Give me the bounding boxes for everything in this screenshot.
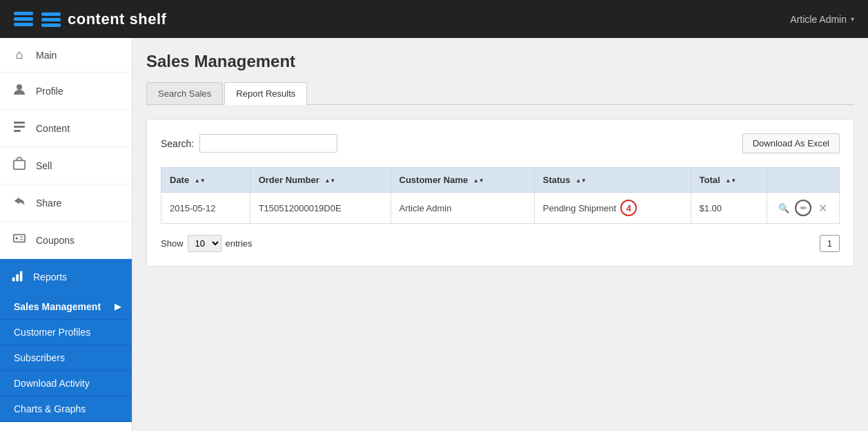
sidebar-sub-label-subscribers: Subscribers <box>14 352 65 363</box>
sidebar-sub-label-customer-profiles: Customer Profiles <box>14 327 90 338</box>
sidebar-item-label-main: Main <box>36 50 57 61</box>
entries-select[interactable]: 10 25 50 <box>188 235 221 252</box>
sidebar-item-coupons[interactable]: Coupons <box>0 222 132 259</box>
status-text: Pending Shipment <box>543 203 616 213</box>
search-label: Search: <box>161 138 194 149</box>
sidebar-sub-item-sales-management[interactable]: Sales Management ▶ <box>0 294 132 320</box>
col-order-number[interactable]: Order Number ▲▼ <box>250 168 391 193</box>
status-count-badge: 4 <box>620 200 637 216</box>
sidebar-item-sell[interactable]: Sell <box>0 147 132 184</box>
sidebar-sub-label-sales-management: Sales Management <box>14 301 101 312</box>
sidebar-item-reports[interactable]: Reports <box>0 259 132 294</box>
tab-search-sales[interactable]: Search Sales <box>146 82 223 104</box>
sidebar-item-main[interactable]: ⌂ Main <box>0 38 132 73</box>
share-icon <box>11 194 28 211</box>
data-table: Date ▲▼ Order Number ▲▼ Customer Name ▲▼ <box>161 167 840 224</box>
svg-point-9 <box>16 237 19 240</box>
sidebar-sub-label-download-activity: Download Activity <box>14 378 90 389</box>
main-layout: ⌂ Main Profile Content Sell Share <box>0 38 868 431</box>
sidebar-item-label-reports: Reports <box>33 271 67 282</box>
sidebar-item-label-profile: Profile <box>36 86 63 97</box>
sidebar-sub-item-charts-graphs[interactable]: Charts & Graphs <box>0 396 132 422</box>
edit-button[interactable]: ✏ <box>795 200 811 216</box>
sidebar-sub-item-subscribers[interactable]: Subscribers <box>0 345 132 371</box>
svg-rect-5 <box>14 126 25 128</box>
sidebar: ⌂ Main Profile Content Sell Share <box>0 38 132 431</box>
svg-rect-1 <box>41 18 61 21</box>
cell-customer-name: Article Admin <box>391 193 534 224</box>
sidebar-item-profile[interactable]: Profile <box>0 73 132 110</box>
delete-button[interactable]: ✕ <box>814 200 831 216</box>
search-input[interactable] <box>199 134 337 153</box>
svg-point-3 <box>17 84 22 90</box>
search-left: Search: <box>161 134 337 153</box>
profile-icon <box>11 82 28 99</box>
pagination: 1 <box>820 235 840 252</box>
top-header: content shelf Article Admin ▾ <box>0 0 868 38</box>
sidebar-sub-label-charts-graphs: Charts & Graphs <box>14 403 86 414</box>
sidebar-item-content[interactable]: Content <box>0 110 132 147</box>
tabs: Search Sales Report Results <box>146 82 854 105</box>
chevron-down-icon: ▾ <box>851 15 854 23</box>
table-row: 2015-05-12 T150512000019D0E Article Admi… <box>161 193 840 224</box>
status-badge: Pending Shipment 4 <box>543 200 637 216</box>
svg-rect-8 <box>14 235 25 242</box>
view-button[interactable]: 🔍 <box>776 200 792 216</box>
svg-rect-6 <box>14 130 21 132</box>
action-icons: 🔍 ✏ ✕ <box>776 200 831 216</box>
logo: content shelf <box>14 8 166 30</box>
show-label: Show <box>161 238 184 249</box>
svg-rect-11 <box>16 274 19 281</box>
sidebar-item-share[interactable]: Share <box>0 184 132 222</box>
svg-rect-4 <box>14 122 25 124</box>
home-icon: ⌂ <box>11 48 28 62</box>
sort-icon-date: ▲▼ <box>195 178 206 184</box>
cell-date: 2015-05-12 <box>161 193 250 224</box>
download-excel-button[interactable]: Download As Excel <box>742 133 840 153</box>
sort-icon-customer: ▲▼ <box>473 178 484 184</box>
cell-total: $1.00 <box>691 193 767 224</box>
reports-icon <box>11 269 25 285</box>
sidebar-item-label-content: Content <box>36 123 70 134</box>
tab-report-results[interactable]: Report Results <box>224 82 307 105</box>
user-label: Article Admin <box>790 14 847 25</box>
search-row: Search: Download As Excel <box>161 133 840 153</box>
svg-rect-0 <box>41 12 61 16</box>
coupons-icon <box>11 231 28 249</box>
sidebar-item-label-coupons: Coupons <box>36 235 75 246</box>
page-title: Sales Management <box>146 52 854 71</box>
sidebar-item-label-sell: Sell <box>36 160 52 171</box>
col-status[interactable]: Status ▲▼ <box>534 168 691 193</box>
sort-icon-total: ▲▼ <box>725 178 736 184</box>
cell-status: Pending Shipment 4 <box>534 193 691 224</box>
content-area: Sales Management Search Sales Report Res… <box>132 38 868 431</box>
entries-label: entries <box>226 238 253 249</box>
cell-actions: 🔍 ✏ ✕ <box>767 193 840 224</box>
col-total[interactable]: Total ▲▼ <box>691 168 767 193</box>
logo-icon <box>14 12 33 26</box>
sidebar-sub-item-download-activity[interactable]: Download Activity <box>0 371 132 396</box>
sort-icon-order: ▲▼ <box>324 178 335 184</box>
sidebar-sub-item-customer-profiles[interactable]: Customer Profiles <box>0 320 132 345</box>
page-1-button[interactable]: 1 <box>820 235 840 252</box>
col-customer-name[interactable]: Customer Name ▲▼ <box>391 168 534 193</box>
table-footer: Show 10 25 50 entries 1 <box>161 235 840 252</box>
svg-rect-2 <box>41 23 61 27</box>
logo-text: content shelf <box>68 10 166 28</box>
user-menu[interactable]: Article Admin ▾ <box>790 14 854 25</box>
col-date[interactable]: Date ▲▼ <box>161 168 250 193</box>
svg-rect-7 <box>14 160 25 169</box>
svg-rect-10 <box>12 278 15 281</box>
sidebar-item-label-share: Share <box>36 198 61 209</box>
sort-icon-status: ▲▼ <box>575 178 586 184</box>
cell-order-number: T150512000019D0E <box>250 193 391 224</box>
show-entries: Show 10 25 50 entries <box>161 235 253 252</box>
col-actions <box>767 168 840 193</box>
table-card: Search: Download As Excel Date ▲▼ Order … <box>146 119 854 267</box>
sell-icon <box>11 157 28 174</box>
content-icon <box>11 119 28 137</box>
svg-rect-12 <box>20 271 23 282</box>
arrow-right-icon: ▶ <box>115 302 121 312</box>
logo-svg <box>40 8 62 30</box>
